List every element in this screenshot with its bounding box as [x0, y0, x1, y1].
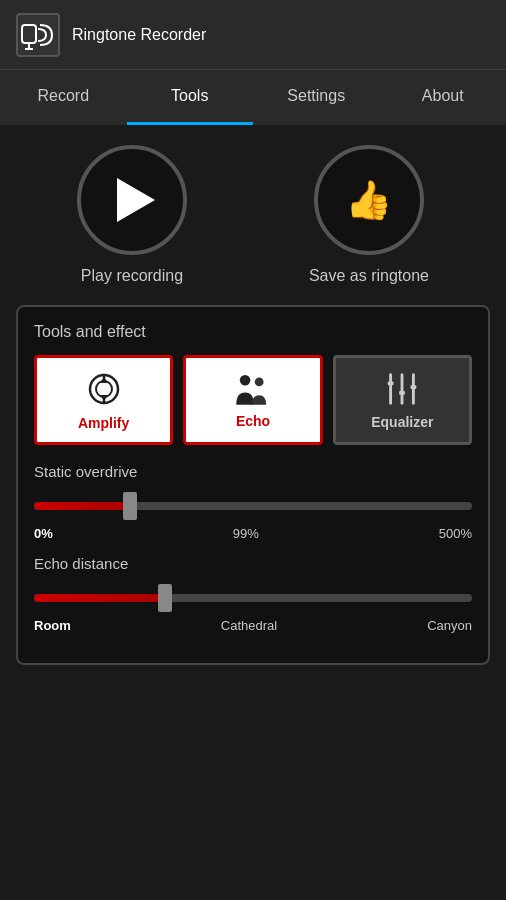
amplify-label: Amplify	[78, 415, 129, 431]
tab-settings[interactable]: Settings	[253, 70, 380, 125]
equalizer-label: Equalizer	[371, 414, 433, 430]
svg-point-10	[240, 375, 251, 386]
tab-tools[interactable]: Tools	[127, 70, 254, 125]
static-overdrive-thumb[interactable]	[123, 492, 137, 520]
equalizer-button[interactable]: Equalizer	[333, 355, 472, 445]
static-overdrive-track	[34, 502, 472, 510]
svg-marker-8	[100, 377, 108, 383]
svg-rect-0	[22, 25, 36, 43]
action-row: Play recording 👍 Save as ringtone	[16, 145, 490, 285]
tools-panel: Tools and effect Amplify	[16, 305, 490, 665]
thumbs-up-icon: 👍	[345, 178, 392, 222]
echo-distance-thumb[interactable]	[158, 584, 172, 612]
tab-about[interactable]: About	[380, 70, 507, 125]
amplify-icon	[84, 369, 124, 409]
static-overdrive-slider[interactable]	[34, 488, 472, 524]
static-overdrive-section: Static overdrive 0% 99% 500%	[34, 463, 472, 541]
app-icon	[16, 13, 60, 57]
echo-min-label: Room	[34, 618, 71, 633]
equalizer-icon	[383, 370, 421, 408]
echo-distance-track	[34, 594, 472, 602]
static-overdrive-fill	[34, 502, 130, 510]
app-title: Ringtone Recorder	[72, 26, 206, 44]
overdrive-mid-label: 99%	[233, 526, 259, 541]
echo-distance-label: Echo distance	[34, 555, 472, 572]
echo-button[interactable]: Echo	[183, 355, 322, 445]
svg-point-4	[96, 381, 112, 397]
static-overdrive-label: Static overdrive	[34, 463, 472, 480]
echo-distance-fill	[34, 594, 165, 602]
echo-distance-tick-labels: Room Cathedral Canyon	[34, 618, 472, 633]
title-bar: Ringtone Recorder	[0, 0, 506, 70]
play-icon	[117, 178, 155, 222]
overdrive-max-label: 500%	[439, 526, 472, 541]
effect-buttons: Amplify Echo	[34, 355, 472, 445]
tab-record[interactable]: Record	[0, 70, 127, 125]
echo-distance-section: Echo distance Room Cathedral Canyon	[34, 555, 472, 633]
save-button[interactable]: 👍	[314, 145, 424, 255]
svg-point-11	[255, 378, 264, 387]
echo-mid-label: Cathedral	[221, 618, 277, 633]
echo-icon	[231, 371, 275, 407]
play-button[interactable]	[77, 145, 187, 255]
svg-rect-13	[388, 381, 394, 385]
echo-max-label: Canyon	[427, 618, 472, 633]
echo-label: Echo	[236, 413, 270, 429]
play-label: Play recording	[81, 267, 183, 285]
play-action: Play recording	[77, 145, 187, 285]
amplify-button[interactable]: Amplify	[34, 355, 173, 445]
svg-rect-15	[399, 391, 405, 395]
tools-title: Tools and effect	[34, 323, 472, 341]
svg-rect-17	[411, 385, 417, 389]
svg-marker-9	[100, 395, 108, 401]
nav-tabs: Record Tools Settings About	[0, 70, 506, 125]
save-label: Save as ringtone	[309, 267, 429, 285]
echo-distance-slider[interactable]	[34, 580, 472, 616]
overdrive-min-label: 0%	[34, 526, 53, 541]
static-overdrive-tick-labels: 0% 99% 500%	[34, 526, 472, 541]
save-action: 👍 Save as ringtone	[309, 145, 429, 285]
main-content: Play recording 👍 Save as ringtone Tools …	[0, 125, 506, 685]
